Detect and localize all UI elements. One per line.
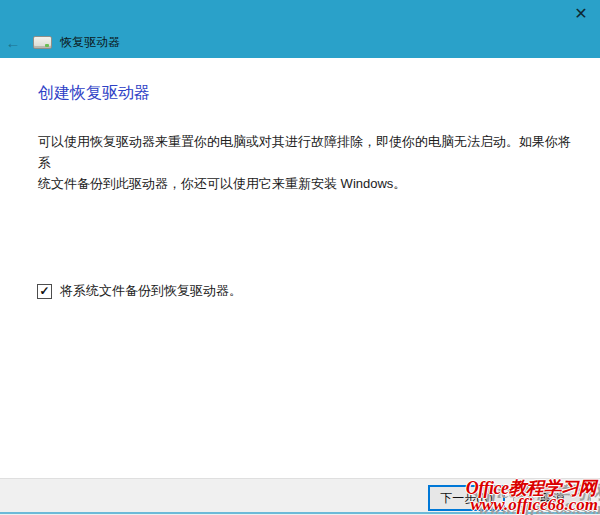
cancel-button[interactable]: 取消 bbox=[513, 485, 591, 511]
recovery-drive-window: ✕ ← 恢复驱动器 创建恢复驱动器 可以使用恢复驱动器来重置你的电脑或对其进行故… bbox=[0, 0, 600, 515]
drive-icon bbox=[33, 36, 52, 49]
back-button[interactable]: ← bbox=[0, 35, 26, 50]
close-icon: ✕ bbox=[574, 6, 587, 22]
wizard-footer: 下一步(N) 取消 bbox=[0, 478, 600, 515]
description-line-1: 可以使用恢复驱动器来重置你的电脑或对其进行故障排除，即使你的电脑无法启动。如果你… bbox=[38, 134, 571, 170]
back-arrow-icon: ← bbox=[6, 34, 21, 51]
description-text: 可以使用恢复驱动器来重置你的电脑或对其进行故障排除，即使你的电脑无法启动。如果你… bbox=[38, 131, 578, 194]
drive-led-icon bbox=[45, 44, 49, 47]
window-chrome: ✕ ← 恢复驱动器 bbox=[0, 0, 600, 58]
page-title: 创建恢复驱动器 bbox=[0, 58, 600, 103]
checkbox-label: 将系统文件备份到恢复驱动器。 bbox=[60, 282, 242, 300]
next-button[interactable]: 下一步(N) bbox=[428, 485, 505, 511]
app-title: 恢复驱动器 bbox=[60, 34, 120, 51]
close-button[interactable]: ✕ bbox=[562, 0, 600, 28]
checkbox-checked-icon[interactable]: ✓ bbox=[37, 284, 52, 299]
wizard-header: ← 恢复驱动器 bbox=[0, 33, 120, 51]
window-bottom-border bbox=[0, 512, 600, 514]
wizard-content: 创建恢复驱动器 可以使用恢复驱动器来重置你的电脑或对其进行故障排除，即使你的电脑… bbox=[0, 58, 600, 477]
backup-system-files-option[interactable]: ✓ 将系统文件备份到恢复驱动器。 bbox=[37, 282, 242, 300]
description-line-2: 统文件备份到此驱动器，你还可以使用它来重新安装 Windows。 bbox=[38, 176, 406, 191]
